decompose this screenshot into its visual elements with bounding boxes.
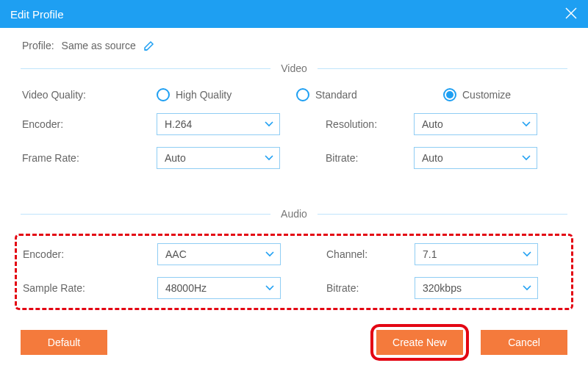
video-resolution-label: Resolution: xyxy=(326,118,414,130)
video-bitrate-select[interactable]: Auto xyxy=(414,147,537,169)
radio-standard-label: Standard xyxy=(315,89,357,101)
audio-highlight-box: Encoder: AAC Channel: 7.1 Sample Ra xyxy=(15,234,573,310)
video-encoder-select[interactable]: H.264 xyxy=(157,113,280,135)
audio-encoder-label: Encoder: xyxy=(21,248,157,260)
audio-channel-label: Channel: xyxy=(326,248,415,260)
video-bitrate-value: Auto xyxy=(422,152,443,164)
edit-profile-dialog: Edit Profile Profile: Same as source Vid… xyxy=(0,0,588,374)
video-encoder-value: H.264 xyxy=(165,118,192,130)
video-section-label: Video xyxy=(270,62,318,74)
video-framerate-value: Auto xyxy=(165,152,186,164)
radio-icon xyxy=(443,88,456,101)
video-quality-row: Video Quality: High Quality Standard Cus… xyxy=(21,88,567,101)
edit-icon[interactable] xyxy=(143,40,155,51)
create-new-button[interactable]: Create New xyxy=(376,330,463,355)
audio-samplerate-label: Sample Rate: xyxy=(21,282,157,294)
radio-customize[interactable]: Customize xyxy=(443,88,511,101)
cancel-button[interactable]: Cancel xyxy=(481,330,567,355)
caret-down-icon xyxy=(522,121,531,127)
profile-value: Same as source xyxy=(62,40,136,51)
audio-encoder-select[interactable]: AAC xyxy=(157,243,281,265)
caret-down-icon xyxy=(265,121,273,127)
profile-row: Profile: Same as source xyxy=(21,40,567,51)
video-section-divider: Video xyxy=(21,62,567,75)
video-encoder-label: Encoder: xyxy=(21,118,157,130)
caret-down-icon xyxy=(522,155,531,161)
video-resolution-value: Auto xyxy=(422,118,443,130)
audio-section-label: Audio xyxy=(270,208,318,220)
radio-standard[interactable]: Standard xyxy=(296,88,443,101)
video-framerate-select[interactable]: Auto xyxy=(157,147,280,169)
dialog-content: Profile: Same as source Video Video Qual… xyxy=(0,28,588,310)
audio-samplerate-select[interactable]: 48000Hz xyxy=(157,277,281,299)
caret-down-icon xyxy=(265,251,274,257)
caret-down-icon xyxy=(523,251,531,257)
audio-channel-select[interactable]: 7.1 xyxy=(415,243,538,265)
audio-bitrate-select[interactable]: 320kbps xyxy=(415,277,538,299)
default-button[interactable]: Default xyxy=(21,330,107,355)
video-encoder-row: Encoder: H.264 Resolution: Auto xyxy=(21,113,567,135)
audio-encoder-value: AAC xyxy=(165,248,187,260)
radio-high-quality-label: High Quality xyxy=(176,89,232,101)
audio-section-divider: Audio xyxy=(21,207,567,220)
audio-bitrate-label: Bitrate: xyxy=(326,282,415,294)
audio-samplerate-row: Sample Rate: 48000Hz Bitrate: 320kbps xyxy=(21,277,567,299)
caret-down-icon xyxy=(265,285,274,291)
video-framerate-label: Frame Rate: xyxy=(21,152,157,164)
radio-icon xyxy=(296,88,309,101)
video-framerate-row: Frame Rate: Auto Bitrate: Auto xyxy=(21,147,567,169)
audio-bitrate-value: 320kbps xyxy=(423,282,462,294)
close-icon[interactable] xyxy=(564,7,578,22)
video-bitrate-label: Bitrate: xyxy=(326,152,414,164)
video-resolution-select[interactable]: Auto xyxy=(414,113,537,135)
create-new-highlight: Create New xyxy=(370,324,469,361)
profile-label: Profile: xyxy=(22,40,54,51)
titlebar: Edit Profile xyxy=(0,0,588,28)
video-quality-label: Video Quality: xyxy=(21,89,157,101)
audio-channel-value: 7.1 xyxy=(423,248,437,260)
caret-down-icon xyxy=(265,155,273,161)
audio-samplerate-value: 48000Hz xyxy=(165,282,207,294)
audio-encoder-row: Encoder: AAC Channel: 7.1 xyxy=(21,243,567,265)
radio-customize-label: Customize xyxy=(462,89,511,101)
radio-high-quality[interactable]: High Quality xyxy=(157,88,296,101)
dialog-footer: Default Create New Cancel xyxy=(21,324,567,361)
window-title: Edit Profile xyxy=(10,8,64,21)
caret-down-icon xyxy=(523,285,531,291)
radio-icon xyxy=(157,88,170,101)
